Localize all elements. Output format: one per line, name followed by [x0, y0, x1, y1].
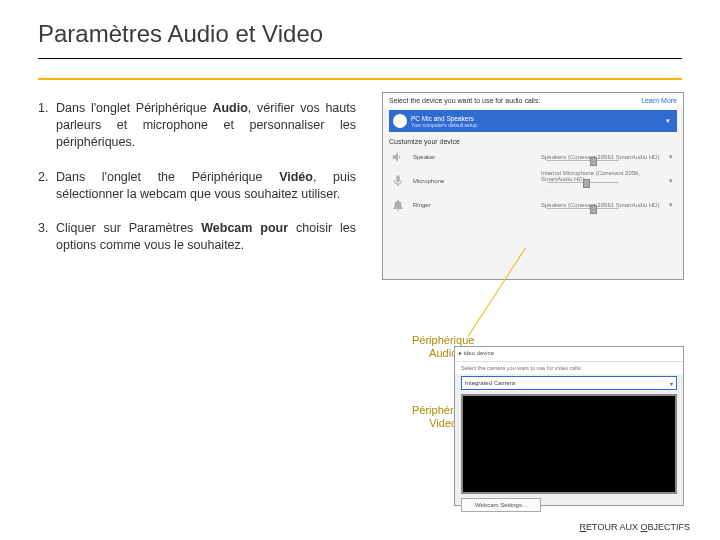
mic-slider[interactable]: [547, 182, 619, 183]
camera-selector[interactable]: Integrated Camera ▾: [461, 376, 677, 390]
device-selector[interactable]: PC Mic and Speakers Your computer's defa…: [389, 110, 677, 132]
microphone-icon: [389, 174, 407, 188]
chevron-down-icon[interactable]: ▾: [670, 380, 673, 387]
ringer-slider[interactable]: [547, 208, 619, 209]
audio-panel-header: Select the device you want to use for au…: [389, 97, 540, 104]
video-panel-text: Select the camera you want to use for vi…: [455, 362, 683, 374]
page-title: Paramètres Audio et Video: [38, 20, 323, 48]
back-to-objectives-link[interactable]: RETOUR AUX OBJECTIFS: [580, 522, 690, 532]
customize-heading: Customize your device: [389, 138, 677, 145]
chevron-down-icon[interactable]: ▾: [669, 177, 677, 185]
list-item: 2.Dans l'onglet the Périphérique Vidéo, …: [38, 169, 372, 203]
divider-accent: [38, 78, 682, 80]
speaker-row: Speaker Speakers (Conexant 20561 SmartAu…: [383, 147, 683, 167]
list-item: 1.Dans l'onglet Périphérique Audio, véri…: [38, 100, 372, 151]
microphone-row: Microphone Internal Microphone (Conexant…: [383, 167, 683, 195]
divider: [38, 58, 682, 59]
webcam-settings-button[interactable]: Webcam Settings...: [461, 498, 541, 512]
device-name: PC Mic and Speakers: [411, 115, 663, 122]
chevron-down-icon[interactable]: ▾: [663, 116, 673, 126]
chevron-down-icon[interactable]: ▾: [669, 153, 677, 161]
device-icon: [393, 114, 407, 128]
video-panel: ▸ ideo device Select the camera you want…: [454, 346, 684, 506]
ringer-row: Ringer Speakers (Conexant 20561 SmartAud…: [383, 195, 683, 215]
video-preview: [461, 394, 677, 494]
speaker-slider[interactable]: [547, 160, 619, 161]
video-tab[interactable]: ▸ ideo device: [455, 347, 683, 362]
learn-more-link[interactable]: Learn More: [641, 97, 677, 104]
chevron-down-icon[interactable]: ▾: [669, 201, 677, 209]
device-desc: Your computer's default setup: [411, 122, 663, 128]
audio-panel: Select the device you want to use for au…: [382, 92, 684, 280]
instruction-list: 1.Dans l'onglet Périphérique Audio, véri…: [38, 100, 372, 272]
ringer-icon: [389, 198, 407, 212]
speaker-icon: [389, 150, 407, 164]
list-item: 3.Cliquer sur Paramètres Webcam pour cho…: [38, 220, 372, 254]
